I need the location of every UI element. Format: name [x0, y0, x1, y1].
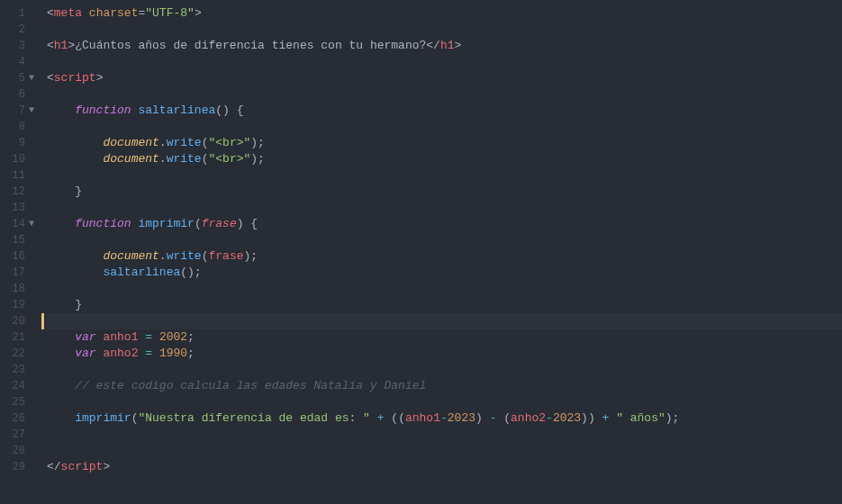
token-punct: . — [159, 136, 167, 149]
code-line[interactable] — [47, 362, 842, 378]
token-punct: } — [75, 298, 82, 311]
fold-icon[interactable]: ▼ — [25, 216, 38, 232]
code-line[interactable]: document.write("<br>"); — [47, 151, 842, 167]
token-punct: . — [159, 249, 167, 263]
gutter-line: 4 — [0, 54, 41, 70]
code-line[interactable] — [47, 394, 842, 410]
token-op: - — [546, 411, 553, 425]
code-line[interactable] — [47, 200, 842, 216]
gutter-line: 11 — [0, 167, 41, 184]
gutter-line: 20 — [0, 313, 41, 329]
token-number: 2002 — [159, 330, 187, 344]
line-number: 18 — [5, 281, 25, 297]
line-number: 12 — [5, 184, 25, 200]
token-tag-name: h1 — [440, 39, 455, 52]
code-line[interactable]: saltarlinea(); — [47, 265, 842, 281]
code-line[interactable]: // este codigo calcula las edades Natali… — [47, 378, 842, 394]
line-number: 17 — [5, 265, 25, 281]
code-line[interactable] — [47, 167, 842, 184]
code-line[interactable]: <h1>¿Cuántos años de diferencia tienes c… — [47, 38, 842, 54]
gutter-line: 9 — [0, 135, 41, 151]
code-line[interactable]: document.write("<br>"); — [47, 135, 842, 151]
fold-icon[interactable]: ▼ — [25, 103, 38, 119]
token-text — [47, 346, 75, 360]
token-method: write — [167, 136, 202, 149]
code-line[interactable] — [47, 313, 842, 329]
line-number: 7 — [5, 103, 25, 119]
code-line[interactable] — [47, 22, 842, 38]
token-text — [47, 217, 75, 230]
code-line[interactable] — [47, 119, 842, 135]
gutter-line: 2 — [0, 22, 41, 38]
token-tag-bracket: < — [47, 71, 54, 85]
gutter-line: 18 — [0, 281, 41, 297]
token-text — [47, 298, 75, 311]
fold-icon[interactable]: ▼ — [25, 70, 38, 86]
code-line[interactable]: </script> — [47, 459, 842, 475]
code-line[interactable]: function imprimir(frase) { — [47, 216, 842, 232]
code-line[interactable]: imprimir("Nuestra diferencia de edad es:… — [47, 410, 842, 427]
line-number: 28 — [5, 443, 25, 459]
token-var-use: anho1 — [405, 411, 440, 425]
code-line[interactable]: } — [47, 184, 842, 200]
token-punct: ) — [475, 411, 483, 425]
token-punct: (( — [391, 411, 405, 425]
code-line[interactable] — [47, 443, 842, 459]
line-number: 11 — [5, 167, 25, 184]
gutter-line: 14▼ — [0, 216, 41, 232]
line-number: 15 — [5, 232, 25, 248]
line-number: 3 — [5, 38, 25, 54]
token-string: "UTF-8" — [145, 6, 195, 20]
token-var-use: anho1 — [103, 330, 138, 344]
token-text — [47, 184, 75, 198]
code-area[interactable]: <meta charset="UTF-8"><h1>¿Cuántos años … — [41, 0, 842, 504]
token-keyword: function — [75, 104, 131, 117]
token-text — [47, 104, 75, 117]
token-number: 2023 — [553, 411, 581, 425]
token-punct: (); — [180, 266, 201, 279]
token-text — [47, 379, 75, 392]
gutter-line: 7▼ — [0, 103, 41, 119]
line-number: 29 — [5, 459, 25, 475]
gutter-line: 5▼ — [0, 70, 41, 86]
code-line[interactable] — [47, 54, 842, 70]
code-line[interactable] — [47, 86, 842, 103]
line-number: 22 — [5, 346, 25, 362]
token-obj: document — [103, 152, 158, 166]
gutter-line: 17 — [0, 265, 41, 281]
code-line[interactable]: function saltarlinea() { — [47, 103, 842, 119]
code-line[interactable]: <meta charset="UTF-8"> — [47, 5, 842, 22]
gutter-line: 1 — [0, 5, 41, 22]
code-line[interactable]: <script> — [47, 70, 842, 86]
code-line[interactable]: var anho2 = 1990; — [47, 346, 842, 362]
token-text — [47, 249, 103, 263]
gutter-line: 25 — [0, 394, 41, 410]
token-string: "<br>" — [208, 136, 250, 149]
token-tag-name: script — [54, 71, 96, 85]
line-number: 2 — [5, 22, 25, 38]
line-number: 24 — [5, 378, 25, 394]
code-line[interactable] — [47, 232, 842, 248]
code-line[interactable] — [47, 281, 842, 297]
token-text — [47, 411, 75, 425]
token-punct: ); — [250, 136, 265, 149]
token-tag-bracket: > — [455, 39, 462, 52]
token-keyword: var — [75, 330, 95, 344]
gutter-line: 12 — [0, 184, 41, 200]
token-tag-bracket: < — [47, 39, 54, 52]
code-line[interactable]: } — [47, 297, 842, 313]
code-line[interactable]: document.write(frase); — [47, 248, 842, 265]
gutter-line: 6 — [0, 86, 41, 103]
token-text — [47, 136, 103, 149]
token-func-call: imprimir — [75, 411, 131, 425]
token-punct: ( — [503, 411, 511, 425]
line-number: 1 — [5, 5, 25, 22]
line-number: 27 — [5, 427, 25, 443]
token-op: - — [440, 411, 448, 425]
code-line[interactable]: var anho1 = 2002; — [47, 329, 842, 346]
token-text — [152, 346, 159, 360]
code-line[interactable] — [47, 427, 842, 443]
line-number: 5 — [5, 70, 25, 86]
token-tag-bracket: < — [47, 6, 54, 20]
token-punct: ) { — [237, 217, 258, 230]
